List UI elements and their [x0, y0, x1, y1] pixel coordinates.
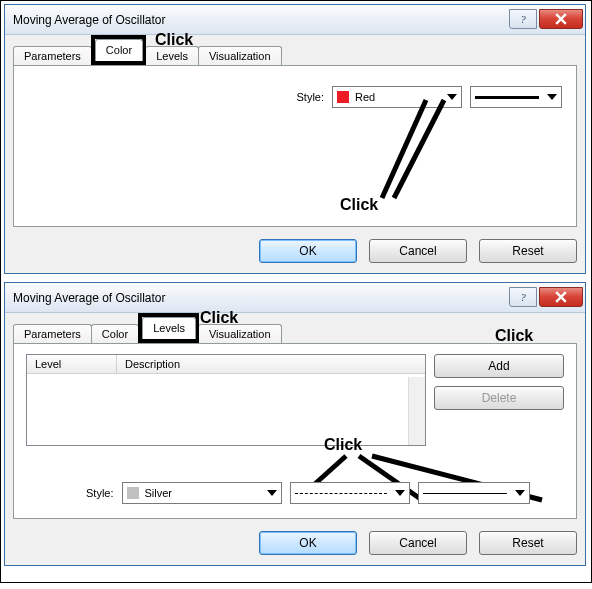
chevron-down-icon: [267, 490, 277, 496]
close-button[interactable]: [539, 287, 583, 307]
style-label: Style:: [296, 91, 324, 103]
tab-visualization[interactable]: Visualization: [198, 46, 282, 66]
tab-color[interactable]: Color: [95, 39, 143, 61]
cancel-button[interactable]: Cancel: [369, 531, 467, 555]
tab-parameters[interactable]: Parameters: [13, 324, 92, 344]
tab-levels[interactable]: Levels: [145, 46, 199, 66]
help-button[interactable]: ?: [509, 287, 537, 307]
color-combo[interactable]: Silver: [122, 482, 282, 504]
dialog-button-row: OK Cancel Reset: [13, 239, 577, 263]
reset-button[interactable]: Reset: [479, 239, 577, 263]
scrollbar[interactable]: [408, 377, 425, 445]
color-swatch-icon: [337, 91, 349, 103]
chevron-down-icon: [515, 490, 525, 496]
tab-strip: Parameters Color Levels Visualization: [13, 41, 577, 65]
ok-button[interactable]: OK: [259, 239, 357, 263]
annotation-click: Click: [340, 196, 378, 214]
highlight-box: Color: [91, 35, 146, 65]
style-label: Style:: [86, 487, 114, 499]
close-icon: [555, 291, 567, 303]
tab-parameters[interactable]: Parameters: [13, 46, 92, 66]
list-header: Level Description: [27, 355, 425, 374]
color-swatch-icon: [127, 487, 139, 499]
chevron-down-icon: [395, 490, 405, 496]
help-button[interactable]: ?: [509, 9, 537, 29]
window-title: Moving Average of Oscillator: [13, 13, 509, 27]
cancel-button[interactable]: Cancel: [369, 239, 467, 263]
dialog-color: Moving Average of Oscillator ? Click Par…: [4, 4, 586, 274]
svg-line-1: [394, 100, 444, 198]
color-combo[interactable]: Red: [332, 86, 462, 108]
close-button[interactable]: [539, 9, 583, 29]
close-icon: [555, 13, 567, 25]
ok-button[interactable]: OK: [259, 531, 357, 555]
highlight-box: Levels: [138, 313, 199, 343]
line-width-combo[interactable]: [470, 86, 562, 108]
levels-listbox[interactable]: Level Description: [26, 354, 426, 446]
line-width-combo[interactable]: [418, 482, 530, 504]
window-title: Moving Average of Oscillator: [13, 291, 509, 305]
column-description[interactable]: Description: [117, 355, 425, 374]
color-combo-text: Silver: [145, 487, 267, 499]
tab-visualization[interactable]: Visualization: [198, 324, 282, 344]
dialog-levels: Moving Average of Oscillator ? Click Cli…: [4, 282, 586, 566]
svg-line-0: [382, 100, 426, 198]
line-sample-icon: [295, 493, 387, 494]
titlebar[interactable]: Moving Average of Oscillator ?: [5, 5, 585, 35]
column-level[interactable]: Level: [27, 355, 117, 374]
reset-button[interactable]: Reset: [479, 531, 577, 555]
line-style-combo[interactable]: [290, 482, 410, 504]
delete-button: Delete: [434, 386, 564, 410]
dialog-button-row: OK Cancel Reset: [13, 531, 577, 555]
color-combo-text: Red: [355, 91, 447, 103]
tab-panel-color: Style: Red Click: [13, 65, 577, 227]
tab-strip: Parameters Color Levels Visualization: [13, 319, 577, 343]
tab-levels[interactable]: Levels: [142, 317, 196, 339]
titlebar[interactable]: Moving Average of Oscillator ?: [5, 283, 585, 313]
tab-color[interactable]: Color: [91, 324, 139, 344]
line-sample-icon: [475, 96, 539, 99]
add-button[interactable]: Add: [434, 354, 564, 378]
chevron-down-icon: [447, 94, 457, 100]
tab-panel-levels: Level Description Add Delete Click: [13, 343, 577, 519]
chevron-down-icon: [547, 94, 557, 100]
line-sample-icon: [423, 493, 507, 494]
